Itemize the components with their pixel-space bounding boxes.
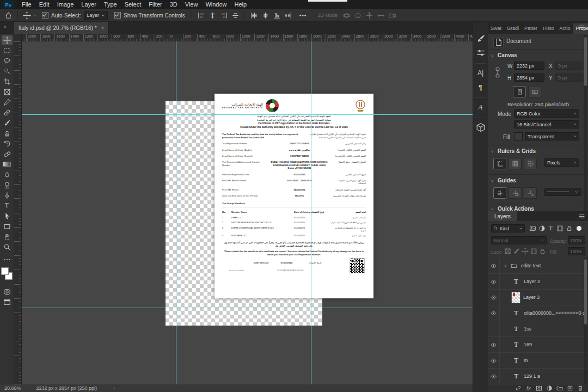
menu-view[interactable]: View [181,0,202,9]
chevron-down-icon[interactable]: ˅ [491,53,494,58]
layer-row-body[interactable]: Tcilta0000000...<<<<<<<<0 d [500,309,585,317]
filter-shape-layers-icon[interactable] [556,225,564,232]
link-dimensions-icon[interactable] [494,65,501,79]
layer-visibility-toggle[interactable] [488,258,500,273]
path-select-tool[interactable] [2,211,13,220]
type-tool[interactable]: T [2,201,13,210]
fill-dropdown[interactable]: Transparent [525,132,579,140]
zoom-level[interactable]: 20.66% [4,385,21,391]
chevron-down-icon[interactable]: ˅ [491,179,494,183]
layer-visibility-toggle[interactable] [488,274,500,289]
toggle-grid-button[interactable] [509,158,522,169]
adjustment-layer-icon[interactable] [546,385,553,391]
chevron-down-icon[interactable]: ˅ [504,264,507,268]
mode-dropdown[interactable]: RGB Color [514,109,579,118]
guide-vertical-2[interactable] [311,41,311,384]
certificate-document[interactable]: الهيئة الاتحادية للضرائب FEDERAL TAX AUT… [215,94,373,298]
foreground-color[interactable] [1,267,9,275]
hand-tool[interactable] [2,232,13,241]
pen-tool[interactable] [2,191,13,200]
layer-visibility-toggle[interactable] [488,337,500,352]
clone-stamp-tool[interactable] [2,128,13,138]
layer-row-body[interactable]: Layer 3 [500,292,540,303]
tab-actio[interactable]: Actio [557,23,573,34]
status-chevron-icon[interactable]: › [113,385,115,391]
vertical-ruler[interactable] [14,41,22,384]
layer-row-body[interactable]: TLayer 2 [500,277,540,286]
layer-visibility-toggle[interactable] [488,321,500,336]
quick-select-tool[interactable] [2,66,13,76]
move-tool-icon[interactable] [23,11,31,20]
scrollbar[interactable] [584,35,587,211]
eraser-tool[interactable] [2,149,13,158]
menu-window[interactable]: Window [201,0,230,9]
distribute-right-icon[interactable] [284,11,292,20]
layer-row[interactable]: Tm [488,353,588,369]
menu-image[interactable]: Image [53,0,78,9]
chevron-down-icon[interactable]: ˅ [491,149,494,154]
brush-tool[interactable] [2,118,13,127]
libraries-panel-icon[interactable] [476,122,486,132]
zoom-tool[interactable] [2,242,13,252]
filter-toggle[interactable] [577,226,581,231]
guide-horizontal-2[interactable] [22,308,473,308]
tab-histo[interactable]: Histo [540,23,557,34]
new-guide-button[interactable] [493,187,506,199]
chevron-down-icon[interactable] [33,14,36,17]
menu-3d[interactable]: 3D [166,0,181,9]
fill-swatch[interactable] [514,132,523,141]
layers-tab[interactable]: Layers [488,211,517,221]
filter-smart-objects-icon[interactable] [566,225,573,232]
layer-row-body[interactable]: T1ss [500,324,531,333]
layer-mask-icon[interactable] [536,385,542,391]
layer-visibility-toggle[interactable] [488,369,500,384]
canvas-height-field[interactable]: 2854 px [514,74,544,82]
new-layer-icon[interactable] [567,385,573,391]
history-brush-tool[interactable] [2,139,13,148]
blur-tool[interactable] [2,170,13,179]
menu-edit[interactable]: Edit [35,0,53,9]
align-left-edges-icon[interactable] [197,11,205,20]
distribute-center-icon[interactable] [261,11,270,20]
distribute-bottom-icon[interactable] [273,11,281,20]
filter-type-layers-icon[interactable]: T [549,225,553,231]
link-layers-icon[interactable] [515,385,522,391]
more-options[interactable]: ••• [299,13,307,19]
crop-tool[interactable] [2,77,13,86]
filter-pixel-layers-icon[interactable] [529,225,536,232]
paragraph-panel-icon[interactable]: ¶ [476,82,486,92]
lock-transparency-icon[interactable] [504,248,511,255]
menu-layer[interactable]: Layer [77,0,100,9]
layer-row[interactable]: Tcilta0000000...<<<<<<<<0 d [488,305,588,321]
lock-guides-button[interactable] [509,187,522,199]
layer-row[interactable]: T129 1 a [488,369,588,384]
distribute-left-icon[interactable] [250,11,258,20]
menu-filter[interactable]: Filter [145,0,166,9]
orientation-landscape-button[interactable] [528,86,541,97]
align-right-edges-icon[interactable] [220,11,228,20]
layer-row-body[interactable]: T129 1 a [500,372,540,381]
toolbar-more-icon[interactable] [2,255,13,264]
brush-settings-icon[interactable] [476,34,486,44]
ruler-corner[interactable] [14,34,22,41]
toggle-rulers-button[interactable] [493,158,506,169]
filter-adjustment-layers-icon[interactable] [538,225,546,232]
marquee-tool[interactable] [2,46,13,55]
layer-filter-dropdown[interactable]: Kind [491,224,525,232]
horizontal-ruler[interactable]: 2000180016001400120010008006004002000200… [22,34,473,41]
collapse-toolbar-icon[interactable]: » [4,24,6,29]
menu-type[interactable]: Type [100,0,121,9]
quick-mask-icon[interactable] [2,287,13,296]
tab-swat[interactable]: Swat [488,23,504,34]
layer-row[interactable]: ˅edite text [488,258,588,274]
lock-artboard-icon[interactable] [530,248,537,255]
gradient-tool[interactable] [2,160,13,169]
lock-position-icon[interactable] [522,248,529,255]
layer-row[interactable]: T1ss [488,321,588,337]
auto-select-target-dropdown[interactable]: Layer [84,11,108,20]
eyedropper-tool[interactable] [2,97,13,107]
layer-style-icon[interactable]: fx [525,385,532,391]
glyphs-panel-icon[interactable]: A [476,102,486,112]
layer-row[interactable]: TLayer 2 [488,274,588,290]
clear-guides-button[interactable] [524,187,537,199]
